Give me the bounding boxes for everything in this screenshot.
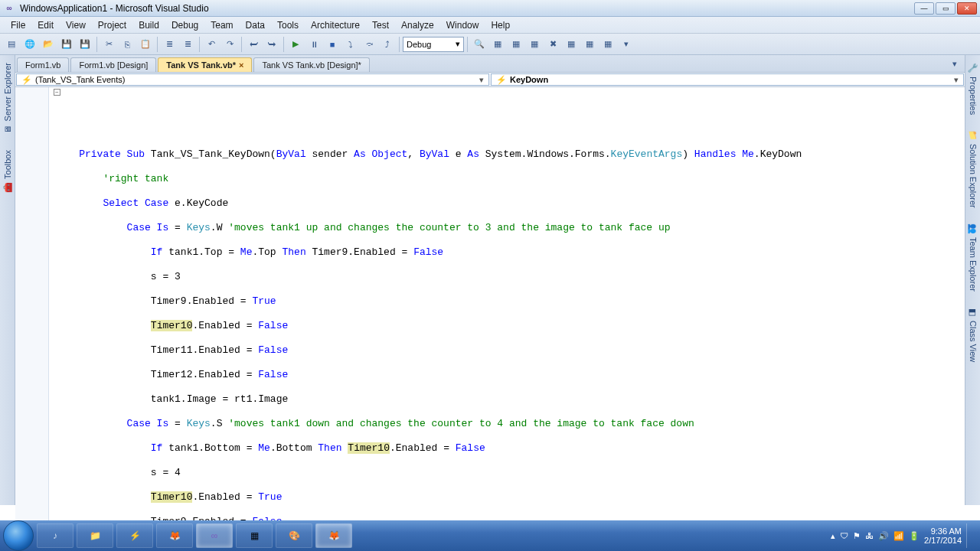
config-dropdown[interactable]: Debug▾ xyxy=(403,37,464,52)
save-all-button[interactable]: 💾 xyxy=(77,36,93,53)
toolbox-icon: 🧰 xyxy=(2,182,13,193)
copy-button[interactable]: ⎘ xyxy=(119,36,136,53)
properties-tab[interactable]: 🔧Properties xyxy=(966,58,980,119)
close-button[interactable]: ✕ xyxy=(957,2,977,15)
tool-button[interactable]: ▦ xyxy=(508,36,524,53)
tool-button[interactable]: ▦ xyxy=(581,36,598,53)
vs-icon: ∞ xyxy=(3,2,15,15)
collapse-toggle[interactable]: − xyxy=(54,89,60,96)
sidetab-label: Team Explorer xyxy=(969,237,978,292)
show-desktop-button[interactable] xyxy=(966,523,972,548)
tab-tank-vb[interactable]: Tank VS Tank.vb*× xyxy=(158,57,252,72)
minimize-button[interactable]: — xyxy=(914,2,934,15)
menu-debug[interactable]: Debug xyxy=(165,18,204,32)
tray-time: 9:36 AM xyxy=(924,527,962,536)
menu-build[interactable]: Build xyxy=(132,18,165,32)
step-out-button[interactable]: ⤴ xyxy=(379,36,396,53)
tab-tank-design[interactable]: Tank VS Tank.vb [Design]* xyxy=(253,57,369,72)
taskbar-explorer[interactable]: 📁 xyxy=(77,523,113,548)
method-dropdown[interactable]: ⚡KeyDown▾ xyxy=(491,73,964,86)
step-over-button[interactable]: ⤼ xyxy=(361,36,377,53)
tool-button[interactable]: ▦ xyxy=(489,36,506,53)
taskbar-app2[interactable]: ▦ xyxy=(236,523,273,548)
menu-view[interactable]: View xyxy=(60,18,92,32)
tray-security-icon[interactable]: 🛡 xyxy=(840,531,848,540)
sidetab-label: Properties xyxy=(969,77,978,115)
tray-clock[interactable]: 9:36 AM 2/17/2014 xyxy=(924,527,962,545)
save-button[interactable]: 💾 xyxy=(58,36,75,53)
redo-button[interactable]: ↷ xyxy=(221,36,238,53)
step-into-button[interactable]: ⤵ xyxy=(342,36,359,53)
tab-label: Form1.vb xyxy=(25,60,60,70)
open-button[interactable]: 📂 xyxy=(40,36,57,53)
toolbar-separator xyxy=(157,37,158,52)
class-dropdown[interactable]: ⚡(Tank_VS_Tank Events)▾ xyxy=(16,73,489,86)
add-item-button[interactable]: 🌐 xyxy=(21,36,38,53)
maximize-button[interactable]: ▭ xyxy=(936,2,956,15)
taskbar-firefox[interactable]: 🦊 xyxy=(156,523,193,548)
undo-button[interactable]: ↶ xyxy=(203,36,220,53)
menu-team[interactable]: Team xyxy=(204,18,239,32)
toolbox-tab[interactable]: 🧰Toolbox xyxy=(1,145,15,197)
class-method-bar: ⚡(Tank_VS_Tank Events)▾ ⚡KeyDown▾ xyxy=(15,73,965,87)
menu-architecture[interactable]: Architecture xyxy=(305,18,366,32)
sidetab-label: Solution Explorer xyxy=(969,144,978,208)
tray-wifi-icon[interactable]: 📶 xyxy=(893,531,904,541)
solution-explorer-tab[interactable]: 📁Solution Explorer xyxy=(966,126,980,213)
tool-button[interactable]: ✖ xyxy=(544,36,561,53)
config-value: Debug xyxy=(407,40,431,49)
uncomment-button[interactable]: ≣ xyxy=(179,36,196,53)
taskbar-firefox-2[interactable]: 🦊 xyxy=(315,523,352,548)
vs-icon: ∞ xyxy=(211,530,218,541)
paste-button[interactable]: 📋 xyxy=(137,36,154,53)
find-button[interactable]: 🔍 xyxy=(471,36,488,53)
new-project-button[interactable]: ▤ xyxy=(3,36,20,53)
taskbar: ♪ 📁 ⚡ 🦊 ∞ ▦ 🎨 🦊 ▴ 🛡 ⚑ 🖧 🔊 📶 🔋 9:36 AM 2/… xyxy=(0,520,980,551)
taskbar-itunes[interactable]: ♪ xyxy=(37,523,74,548)
comment-button[interactable]: ≣ xyxy=(161,36,178,53)
nav-fwd-button[interactable]: ⮩ xyxy=(263,36,280,53)
class-view-tab[interactable]: ◧Class View xyxy=(966,302,980,367)
menu-help[interactable]: Help xyxy=(485,18,516,32)
tray-volume-icon[interactable]: 🔊 xyxy=(878,531,889,541)
stop-button[interactable]: ■ xyxy=(324,36,341,53)
titlebar: ∞ WindowsApplication1 - Microsoft Visual… xyxy=(0,0,980,17)
start-button[interactable] xyxy=(3,520,34,551)
taskbar-paint[interactable]: 🎨 xyxy=(276,523,312,548)
menu-edit[interactable]: Edit xyxy=(31,18,60,32)
sidetab-label: Toolbox xyxy=(3,150,12,179)
menu-window[interactable]: Window xyxy=(440,18,485,32)
tray-battery-icon[interactable]: 🔋 xyxy=(909,531,920,541)
tray-action-center-icon[interactable]: ⚑ xyxy=(853,531,861,541)
menu-project[interactable]: Project xyxy=(92,18,132,32)
tray-show-hidden-icon[interactable]: ▴ xyxy=(831,531,835,541)
nav-back-button[interactable]: ⮨ xyxy=(245,36,262,53)
team-explorer-tab[interactable]: 👥Team Explorer xyxy=(966,219,980,296)
code-editor[interactable]: − Private Sub Tank_VS_Tank_KeyDown(ByVal… xyxy=(15,87,965,551)
main-area: Form1.vb Form1.vb [Design] Tank VS Tank.… xyxy=(15,55,965,520)
taskbar-visual-studio[interactable]: ∞ xyxy=(196,523,233,548)
menu-test[interactable]: Test xyxy=(366,18,395,32)
taskbar-app[interactable]: ⚡ xyxy=(116,523,153,548)
menu-file[interactable]: File xyxy=(5,18,31,32)
toolbar-overflow-button[interactable]: ▾ xyxy=(618,36,635,53)
menu-data[interactable]: Data xyxy=(240,18,271,32)
tab-form1-vb[interactable]: Form1.vb xyxy=(17,57,69,72)
system-tray[interactable]: ▴ 🛡 ⚑ 🖧 🔊 📶 🔋 9:36 AM 2/17/2014 xyxy=(831,523,977,548)
close-tab-icon[interactable]: × xyxy=(239,60,243,70)
tray-network-icon[interactable]: 🖧 xyxy=(865,531,874,540)
tab-form1-design[interactable]: Form1.vb [Design] xyxy=(70,57,156,72)
pause-button[interactable]: ⏸ xyxy=(305,36,322,53)
server-explorer-tab[interactable]: 🖥Server Explorer xyxy=(1,58,15,139)
tool-button[interactable]: ▦ xyxy=(563,36,580,53)
tool-button[interactable]: ▦ xyxy=(526,36,543,53)
tab-dropdown-button[interactable]: ▾ xyxy=(946,55,963,72)
menu-analyze[interactable]: Analyze xyxy=(395,18,440,32)
sidetab-label: Server Explorer xyxy=(3,63,12,121)
cut-button[interactable]: ✂ xyxy=(100,36,117,53)
tool-button[interactable]: ▦ xyxy=(599,36,616,53)
start-button[interactable]: ▶ xyxy=(287,36,304,53)
chevron-down-icon: ▾ xyxy=(456,39,460,49)
document-tabs: Form1.vb Form1.vb [Design] Tank VS Tank.… xyxy=(15,55,965,73)
menu-tools[interactable]: Tools xyxy=(271,18,305,32)
